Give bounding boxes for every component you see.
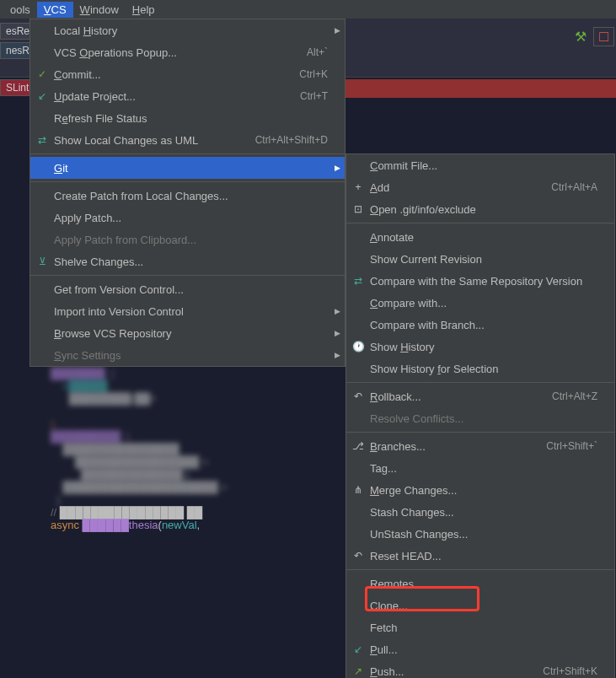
menubar: ools VVCSCS Window Help: [0, 0, 616, 19]
git-push[interactable]: ↗Push...Ctrl+Shift+K: [346, 660, 614, 678]
pull-icon: ↙: [351, 643, 365, 655]
menu-window[interactable]: Window: [73, 2, 126, 18]
shelve-icon: ⊻: [35, 256, 49, 267]
separator: [30, 181, 345, 182]
menu-commit[interactable]: ✓Commit...Ctrl+K: [30, 63, 345, 85]
separator: [30, 153, 345, 154]
merge-icon: ⋔: [351, 484, 365, 496]
git-show-history[interactable]: 🕐Show History: [346, 336, 614, 358]
menu-help[interactable]: Help: [126, 2, 162, 18]
clock-icon: 🕐: [351, 341, 365, 352]
menu-browse-vcs[interactable]: Browse VCS Repository▶: [30, 322, 345, 344]
diff-icon: ⇄: [35, 134, 49, 146]
branch-icon: ⎇: [351, 440, 365, 452]
git-reset-head[interactable]: ↶Reset HEAD...: [346, 545, 614, 567]
git-annotate[interactable]: Annotate: [346, 226, 614, 248]
stop-button[interactable]: □: [593, 27, 614, 46]
git-show-history-selection[interactable]: Show History for Selection: [346, 358, 614, 379]
update-icon: ↙: [35, 90, 49, 102]
build-icon[interactable]: ⚒: [575, 29, 587, 45]
compare-icon: ⇄: [351, 275, 365, 287]
git-commit-file[interactable]: Commit File...: [346, 154, 614, 176]
git-stash[interactable]: Stash Changes...: [346, 501, 614, 523]
separator: [346, 223, 614, 223]
git-add[interactable]: +AddCtrl+Alt+A: [346, 176, 614, 198]
check-icon: ✓: [35, 68, 49, 80]
separator: [346, 432, 614, 433]
menu-vcs-ops-popup[interactable]: VCS Operations Popup...Alt+`: [30, 41, 345, 63]
separator: [346, 569, 614, 570]
git-open-exclude[interactable]: ⊡Open .git/info/exclude: [346, 198, 614, 220]
menu-apply-patch[interactable]: Apply Patch...: [30, 207, 345, 229]
menu-tools[interactable]: ools: [3, 2, 37, 18]
git-tag[interactable]: Tag...: [346, 457, 614, 479]
git-compare-repo[interactable]: ⇄Compare with the Same Repository Versio…: [346, 270, 614, 292]
separator: [30, 275, 345, 276]
git-fetch[interactable]: Fetch: [346, 616, 614, 638]
folder-icon: ⊡: [351, 203, 365, 215]
code-editor: }, ███████: { e█████ ████████(██> }, ███…: [51, 354, 346, 531]
git-show-current-rev[interactable]: Show Current Revision: [346, 248, 614, 270]
git-remotes[interactable]: Remotes...: [346, 573, 614, 595]
git-unstash[interactable]: UnStash Changes...: [346, 523, 614, 545]
rollback-icon: ↶: [351, 390, 365, 402]
git-merge[interactable]: ⋔Merge Changes...: [346, 479, 614, 501]
git-submenu: Commit File... +AddCtrl+Alt+A ⊡Open .git…: [345, 153, 615, 678]
plus-icon: +: [351, 181, 365, 193]
git-compare-branch[interactable]: Compare with Branch...: [346, 314, 614, 336]
git-resolve-conflicts: Resolve Conflicts...: [346, 407, 614, 429]
menu-local-history[interactable]: Local History▶: [30, 19, 345, 41]
menu-sync-settings: Sync Settings▶: [30, 344, 345, 366]
git-branches[interactable]: ⎇Branches...Ctrl+Shift+`: [346, 435, 614, 457]
menu-vcs[interactable]: VVCSCS: [37, 2, 73, 18]
menu-update-project[interactable]: ↙Update Project...Ctrl+T: [30, 85, 345, 107]
menu-show-changes-uml[interactable]: ⇄Show Local Changes as UMLCtrl+Alt+Shift…: [30, 129, 345, 151]
git-compare-with[interactable]: Compare with...: [346, 292, 614, 314]
git-clone[interactable]: Clone...: [346, 595, 614, 616]
menu-git[interactable]: Git▶: [30, 157, 345, 179]
menu-refresh-status[interactable]: Refresh File Status: [30, 107, 345, 129]
menu-import-vcs[interactable]: Import into Version Control▶: [30, 300, 345, 322]
push-icon: ↗: [351, 665, 365, 677]
menu-create-patch[interactable]: Create Patch from Local Changes...: [30, 185, 345, 207]
vcs-dropdown-menu: Local History▶ VCS Operations Popup...Al…: [29, 19, 345, 367]
menu-apply-patch-clipboard: Apply Patch from Clipboard...: [30, 229, 345, 250]
reset-icon: ↶: [351, 550, 365, 562]
git-pull[interactable]: ↙Pull...: [346, 638, 614, 660]
menu-get-from-vcs[interactable]: Get from Version Control...: [30, 278, 345, 300]
git-rollback[interactable]: ↶Rollback...Ctrl+Alt+Z: [346, 385, 614, 407]
separator: [346, 382, 614, 383]
menu-shelve-changes[interactable]: ⊻Shelve Changes...: [30, 250, 345, 272]
